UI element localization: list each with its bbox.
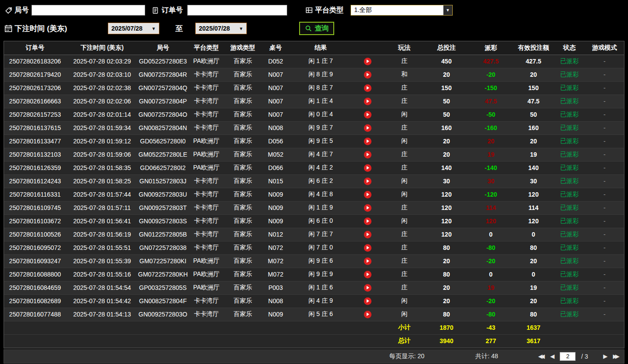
- cell-platform: 卡卡湾厅: [188, 294, 225, 308]
- date-to-value: 2025/07/28: [199, 25, 230, 32]
- cell-order: 250728016077488: [4, 308, 66, 321]
- cell-status: 已派彩: [554, 254, 585, 268]
- cell-game: GM072257280KH: [138, 268, 188, 281]
- subtotal-row-cell-method: 小计: [384, 321, 424, 334]
- cell-valid: 20: [513, 294, 554, 308]
- cell-payout: -50: [469, 108, 513, 121]
- play-icon: [367, 206, 369, 210]
- cell-platform: PA欧洲厅: [188, 148, 225, 161]
- cell-mode: -: [585, 121, 624, 135]
- cell-game: GM072257280KI: [138, 254, 188, 268]
- play-icon: [367, 139, 369, 143]
- cell-status: 已派彩: [554, 281, 585, 294]
- play-video-button[interactable]: [364, 178, 371, 185]
- play-video-button[interactable]: [364, 111, 371, 119]
- document-icon: [151, 6, 159, 14]
- filter-row-1: 局号 订单号 平台类型 1.全部 ▼: [4, 4, 624, 16]
- query-button[interactable]: 查询: [299, 22, 334, 35]
- cell-play: [351, 308, 384, 321]
- date-from-value: 2025/07/28: [111, 25, 142, 32]
- table-row: 2507280261832062025-07-28 02:03:29GD0522…: [4, 55, 624, 68]
- play-video-button[interactable]: [364, 311, 371, 318]
- cell-order: 250728016126359: [4, 161, 66, 174]
- last-page-button[interactable]: ▶▶: [613, 353, 620, 359]
- cell-play: [351, 135, 384, 148]
- play-video-button[interactable]: [364, 218, 371, 225]
- date-to-picker[interactable]: 2025/07/28 ▼: [195, 23, 247, 34]
- play-video-button[interactable]: [364, 71, 371, 79]
- cell-order: 250728026179420: [4, 68, 66, 81]
- cell-result: 闲 6 庄 0: [291, 214, 351, 228]
- play-video-button[interactable]: [364, 231, 371, 238]
- cell-result: 闲 9 庄 9: [291, 268, 351, 281]
- game-no-input[interactable]: [32, 5, 145, 16]
- cell-platform: 卡卡湾厅: [188, 228, 225, 241]
- play-video-button[interactable]: [364, 84, 371, 92]
- play-icon: [367, 299, 369, 303]
- total-row-cell-play: [351, 334, 384, 348]
- page-number-input[interactable]: [560, 352, 576, 361]
- table-row: 2507280160774882025-07-28 01:54:13GN0092…: [4, 308, 624, 321]
- cell-table: N008: [261, 294, 291, 308]
- subtotal-row-cell-mode: [585, 321, 624, 334]
- cell-play: [351, 55, 384, 68]
- total-row-cell-status: [554, 334, 585, 348]
- cell-time: 2025-07-28 01:55:39: [66, 254, 138, 268]
- table-row: 2507280160888002025-07-28 01:55:16GM0722…: [4, 268, 624, 281]
- play-video-button[interactable]: [364, 204, 371, 212]
- cell-game: GN0122572805B: [138, 228, 188, 241]
- cell-method: 和: [384, 68, 424, 81]
- first-page-button[interactable]: ◀◀: [538, 353, 545, 359]
- total-row-cell-bet: 3940: [424, 334, 469, 348]
- cell-game: GD066257280I2: [138, 161, 188, 174]
- play-video-button[interactable]: [364, 257, 371, 265]
- cell-time: 2025-07-28 01:54:42: [66, 294, 138, 308]
- play-icon: [367, 193, 369, 196]
- play-video-button[interactable]: [364, 138, 371, 145]
- date-from-picker[interactable]: 2025/07/28 ▼: [108, 23, 159, 34]
- cell-table: N008: [261, 121, 291, 135]
- cell-game: GN0092572803T: [138, 201, 188, 214]
- cell-platform: PA欧洲厅: [188, 55, 225, 68]
- table-row: 2507280161036722025-07-28 01:56:41GN0092…: [4, 214, 624, 228]
- cell-game: GN0072572804P: [138, 95, 188, 108]
- play-video-button[interactable]: [364, 297, 371, 305]
- chevron-down-icon: ▼: [443, 5, 452, 15]
- cell-play: [351, 294, 384, 308]
- cell-payout: 47.5: [469, 95, 513, 108]
- cell-platform: 卡卡湾厅: [188, 95, 225, 108]
- play-video-button[interactable]: [364, 124, 371, 132]
- play-video-button[interactable]: [364, 58, 371, 65]
- order-no-input[interactable]: [187, 5, 287, 16]
- prev-page-button[interactable]: ◀: [550, 353, 554, 359]
- cell-table: N009: [261, 201, 291, 214]
- play-video-button[interactable]: [364, 191, 371, 198]
- cell-time: 2025-07-28 02:02:06: [66, 95, 138, 108]
- cell-valid: 0: [513, 228, 554, 241]
- cell-method: 庄: [384, 268, 424, 281]
- cell-method: 庄: [384, 95, 424, 108]
- cell-play: [351, 214, 384, 228]
- cell-order: 250728016133477: [4, 135, 66, 148]
- play-video-button[interactable]: [364, 244, 371, 252]
- play-video-button[interactable]: [364, 98, 371, 105]
- subtotal-row: 小计1870-431637: [4, 321, 624, 334]
- play-video-button[interactable]: [364, 164, 371, 172]
- cell-order: 250728016137615: [4, 121, 66, 135]
- play-video-button[interactable]: [364, 271, 371, 278]
- cell-result: 闲 9 庄 7: [291, 121, 351, 135]
- cell-platform: PA欧洲厅: [188, 254, 225, 268]
- play-icon: [367, 219, 369, 223]
- next-page-button[interactable]: ▶: [603, 353, 608, 359]
- play-video-button[interactable]: [364, 151, 371, 158]
- bet-records-table: 订单号下注时间 (美东)局号平台类型游戏类型桌号结果玩法总投注派彩有效投注额状态…: [4, 41, 624, 348]
- cell-type: 百家乐: [225, 214, 261, 228]
- column-header-mode: 游戏模式: [585, 41, 624, 55]
- platform-type-select[interactable]: 1.全部 ▼: [351, 5, 453, 16]
- cell-valid: 150: [513, 81, 554, 95]
- cell-method: 庄: [384, 161, 424, 174]
- cell-valid: 19: [513, 148, 554, 161]
- play-video-button[interactable]: [364, 284, 371, 292]
- cell-table: D052: [261, 55, 291, 68]
- tag-icon: [4, 6, 12, 14]
